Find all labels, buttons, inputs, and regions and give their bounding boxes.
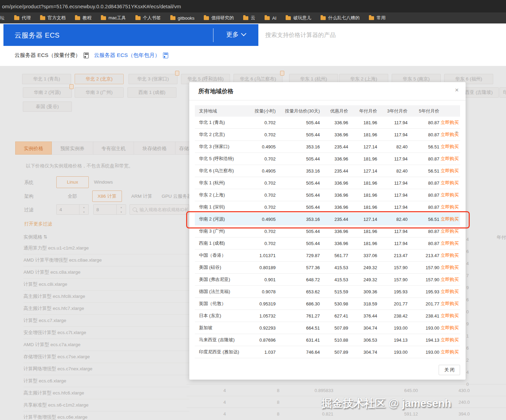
buy-now-link[interactable]: 立即购买 xyxy=(441,119,460,126)
spec-row[interactable]: 计算型 ecs.c7.xlarge xyxy=(23,315,189,327)
tab-pay-as-you-go[interactable]: 云服务器 ECS（按量付费） xyxy=(15,52,89,59)
spec-row[interactable]: 计算平衡增强型 ecs.c6e.xlarge xyxy=(23,411,189,420)
yearly-month-cell: 306.53 xyxy=(350,338,379,343)
bookmark-folder[interactable]: mac工具 xyxy=(101,15,126,21)
close-icon[interactable]: × xyxy=(455,87,459,93)
buy-now-link[interactable]: 立即购买 xyxy=(441,156,460,162)
region-button[interactable]: 华南 3 (广州) xyxy=(75,87,124,98)
system-option-linux[interactable]: Linux xyxy=(56,176,89,188)
cpu-stepper[interactable]: ▲▼ xyxy=(56,204,89,215)
price-tab[interactable]: 实例价格 xyxy=(15,141,52,155)
price-tab[interactable]: 块存储价格 xyxy=(134,141,175,155)
close-button[interactable]: 关 闭 xyxy=(439,365,460,375)
bg-cell: 4 xyxy=(218,388,226,393)
spec-column-header[interactable]: 实例规格 ⇅ xyxy=(23,234,47,240)
cpu-value-input[interactable] xyxy=(57,207,79,213)
buy-now-link[interactable]: 立即购买 xyxy=(441,168,460,174)
discount-month-cell: 336.96 xyxy=(321,229,350,234)
browser-address-bar[interactable]: om/price/product?spm=5176.ecsnewbuy.0.0.… xyxy=(0,0,506,12)
spec-search-box[interactable] xyxy=(130,204,189,215)
region-button[interactable]: 华北 2 (北京) xyxy=(75,74,124,84)
three-year-month-cell: 117.94 xyxy=(379,205,409,210)
stepper-down-icon[interactable]: ▼ xyxy=(79,209,88,214)
buy-now-link[interactable]: 立即购买 xyxy=(441,337,460,343)
bookmark-folder[interactable]: 个人书签 xyxy=(135,15,161,21)
region-button[interactable]: 印度尼西亚 (雅加达) xyxy=(499,87,506,98)
more-dropdown[interactable]: 更多 xyxy=(226,30,246,39)
buy-now-link[interactable]: 立即购买 xyxy=(441,252,460,258)
buy-now-link[interactable]: 立即购买 xyxy=(441,313,460,319)
buy-now-link[interactable]: 立即购买 xyxy=(441,276,460,283)
region-button[interactable]: 华北 1 (青岛) xyxy=(22,74,71,84)
buy-now-link[interactable]: 立即购买 xyxy=(441,301,460,307)
more-filters-link[interactable]: 打开更多过滤 xyxy=(24,221,52,227)
spec-row[interactable]: 高主频计算型 ecs.hfc7.xlarge xyxy=(23,303,189,315)
bookmark-folder[interactable]: 常用 xyxy=(369,15,385,21)
arch-option-gpu[interactable]: GPU 云服务器 xyxy=(162,193,192,199)
hourly-price-cell: 0.702 xyxy=(247,132,277,137)
five-year-month-cell: 80.87 xyxy=(409,193,441,198)
system-option-windows[interactable]: Windows xyxy=(94,179,113,185)
price-tab[interactable]: 存储容量单位包 xyxy=(175,141,189,155)
buy-now-link[interactable]: 立即购买 xyxy=(441,325,460,331)
buy-now-link[interactable]: 立即购买 xyxy=(441,349,460,355)
buy-now-link[interactable]: 立即购买 xyxy=(441,144,460,150)
arch-label: 架构 xyxy=(24,193,34,199)
search-input[interactable] xyxy=(265,29,490,41)
arch-option-x86[interactable]: X86 计算 xyxy=(92,191,122,202)
arch-option-all[interactable]: 全部 xyxy=(68,193,77,199)
memory-stepper[interactable]: ▲▼ xyxy=(93,204,126,215)
buy-now-link[interactable]: 立即购买 xyxy=(441,204,460,210)
memory-value-input[interactable] xyxy=(94,207,116,213)
stepper-down-icon[interactable]: ▼ xyxy=(117,209,126,214)
table-close-icon[interactable]: × xyxy=(455,129,458,135)
bookmark-folder[interactable]: 什么乱七八糟的 xyxy=(321,15,360,21)
stepper-up-icon[interactable]: ▲ xyxy=(117,205,126,209)
tab-subscription[interactable]: 云服务器 ECS（包年包月） xyxy=(94,52,168,59)
bookmark-folder[interactable]: 云 xyxy=(243,15,255,21)
bookmark-folder[interactable]: 教程 xyxy=(75,15,92,21)
bookmark-partial[interactable]: 坛 xyxy=(0,15,5,21)
buy-now-link[interactable]: 立即购买 xyxy=(441,240,460,246)
spec-row[interactable]: 通用算力型 ecs.u1-c1m2.xlarge xyxy=(23,242,189,254)
sort-icon[interactable]: ⇅ xyxy=(44,234,47,240)
bookmark-folder[interactable]: gitbooks xyxy=(170,16,194,21)
table-row: 美国 (硅谷) 0.80189 577.36 415.53 249.32 157… xyxy=(195,262,460,274)
monthly-estimate-cell: 353.16 xyxy=(277,168,321,174)
column-header: 年付月价 xyxy=(350,108,379,114)
hourly-price-cell: 0.95319 xyxy=(247,301,277,306)
spec-row[interactable]: 安全增强计算型 ecs.c7t.xlarge xyxy=(23,327,189,339)
table-row: 西南 1 (成都) 0.702 505.44 336.96 181.96 117… xyxy=(195,237,460,250)
buy-now-link[interactable]: 立即购买 xyxy=(441,216,460,222)
stepper-up-icon[interactable]: ▲ xyxy=(79,205,88,209)
region-button[interactable]: 华北 3 (张家口) xyxy=(128,74,178,84)
price-tab[interactable]: 专有宿主机 xyxy=(93,141,134,155)
spec-row[interactable]: 存储增强计算型 ecs.c7se.xlarge xyxy=(23,351,189,363)
spec-row[interactable]: 共享标准型 ecs.s6-c1m2.xlarge xyxy=(23,399,189,411)
buy-now-link[interactable]: 立即购买 xyxy=(441,289,460,295)
bg-row-line xyxy=(187,384,506,384)
spec-row[interactable]: 计算网络增强型 ecs.c7nex.xlarge xyxy=(23,363,189,375)
buy-now-link[interactable]: 立即购买 xyxy=(441,180,460,186)
bookmark-folder[interactable]: 值得研究的 xyxy=(204,15,234,21)
spec-row[interactable]: 计算型 ecs.c8i.xlarge xyxy=(23,279,189,291)
buy-now-link[interactable]: 立即购买 xyxy=(441,264,460,271)
bookmark-folder[interactable]: 代理 xyxy=(14,15,31,21)
spec-row[interactable]: AMD 计算平衡增强型 ecs.c8ae.xlarge xyxy=(23,254,189,266)
bookmark-folder[interactable]: 破玩意儿 xyxy=(286,15,311,21)
region-button[interactable]: 泰国 (曼谷) xyxy=(23,101,72,112)
bookmark-folder[interactable]: AI xyxy=(265,16,276,21)
buy-now-link[interactable]: 立即购买 xyxy=(441,192,460,198)
price-tab[interactable]: 预留实例券 xyxy=(52,141,93,155)
spec-row[interactable]: AMD 计算型 ecs.c7a.xlarge xyxy=(23,339,189,351)
spec-row[interactable]: AMD 计算型 ecs.c8a.xlarge xyxy=(23,266,189,279)
region-button[interactable]: 西南 1 (成都) xyxy=(127,87,176,98)
spec-row[interactable]: 计算型 ecs.c6.xlarge xyxy=(23,375,189,387)
bookmark-folder[interactable]: 官方文档 xyxy=(40,15,66,21)
buy-now-link[interactable]: 立即购买 xyxy=(441,228,460,234)
region-button[interactable]: 华南 2 (河源) xyxy=(23,87,72,98)
spec-row[interactable]: 高主频计算型 ecs.hfc8i.xlarge xyxy=(23,291,189,303)
spec-search-input[interactable] xyxy=(139,207,189,213)
arch-option-arm[interactable]: ARM 计算 xyxy=(131,193,152,199)
spec-row[interactable]: 高主频计算型 ecs.hfc6.xlarge xyxy=(23,387,189,399)
